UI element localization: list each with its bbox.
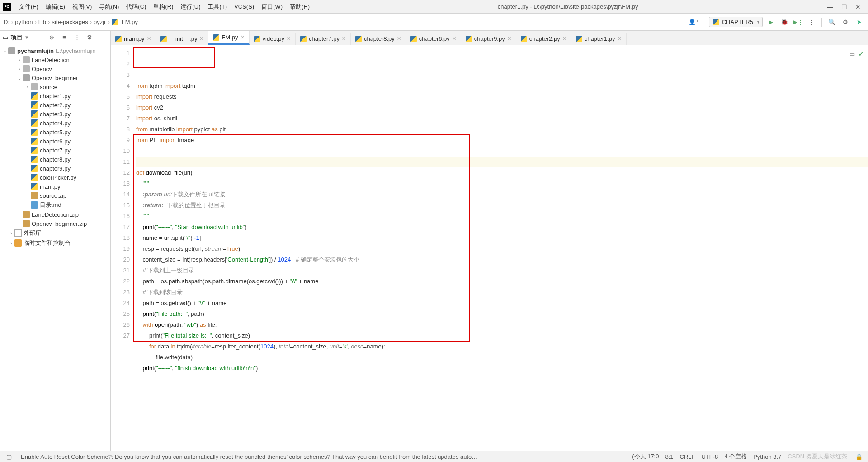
menu-edit[interactable]: 编辑(E) bbox=[42, 1, 69, 12]
line-number[interactable]: 9 bbox=[111, 135, 130, 146]
close-tab-icon[interactable]: ✕ bbox=[287, 36, 291, 42]
tree-node[interactable]: ›source bbox=[0, 82, 110, 91]
line-number[interactable]: 17 bbox=[111, 222, 130, 233]
editor-tab[interactable]: mani.py✕ bbox=[111, 33, 156, 45]
close-tab-icon[interactable]: ✕ bbox=[452, 36, 456, 42]
code-line[interactable]: import requests bbox=[136, 91, 868, 102]
code-line[interactable] bbox=[136, 146, 868, 157]
editor-tab[interactable]: chapter2.py✕ bbox=[516, 33, 571, 45]
line-number[interactable]: 15 bbox=[111, 200, 130, 211]
tree-node[interactable]: mani.py bbox=[0, 182, 110, 191]
file-encoding[interactable]: UTF-8 bbox=[702, 453, 718, 460]
line-number[interactable]: 8 bbox=[111, 124, 130, 135]
code-line[interactable]: import os, shutil bbox=[136, 113, 868, 124]
tree-node[interactable]: chapter3.py bbox=[0, 110, 110, 119]
menu-code[interactable]: 代码(C) bbox=[123, 1, 150, 12]
line-separator[interactable]: CRLF bbox=[680, 453, 695, 460]
code-line[interactable]: print("------", "finish download with ur… bbox=[136, 363, 868, 374]
run-config-selector[interactable]: CHAPTER5 bbox=[709, 17, 763, 27]
line-number[interactable]: 21 bbox=[111, 265, 130, 276]
collapse-all-icon[interactable]: ⋮ bbox=[71, 32, 82, 43]
line-number[interactable]: 13 bbox=[111, 178, 130, 189]
line-number[interactable]: 19 bbox=[111, 243, 130, 254]
breadcrumb-item[interactable]: pyzjr bbox=[94, 19, 106, 25]
settings-button[interactable]: ⚙ bbox=[840, 17, 851, 28]
breadcrumb[interactable]: D:›python›Lib›site-packages›pyzjr›FM.py bbox=[4, 19, 138, 25]
tree-node[interactable]: chapter5.py bbox=[0, 128, 110, 137]
editor-tab[interactable]: __init__.py✕ bbox=[156, 33, 209, 45]
code-line[interactable]: for data in tqdm(iterable=resp.iter_cont… bbox=[136, 341, 868, 352]
tree-node[interactable]: ›外部库 bbox=[0, 228, 110, 238]
line-number[interactable]: 25 bbox=[111, 309, 130, 319]
line-number[interactable]: 20 bbox=[111, 254, 130, 265]
menu-view[interactable]: 视图(V) bbox=[69, 1, 95, 12]
code-line[interactable]: print("File total size is: ", content_si… bbox=[136, 330, 868, 341]
code-line[interactable]: :param url:下载文件所在url链接 bbox=[136, 189, 868, 200]
tree-node[interactable]: chapter6.py bbox=[0, 137, 110, 146]
code-editor[interactable]: 1234567891011121314151617181920212223242… bbox=[111, 45, 868, 451]
breadcrumb-item[interactable]: python bbox=[15, 19, 33, 25]
line-number[interactable]: 26 bbox=[111, 319, 130, 330]
tool-windows-icon[interactable]: ▢ bbox=[4, 451, 14, 462]
tree-node[interactable]: chapter2.py bbox=[0, 100, 110, 110]
inspection-ok-icon[interactable]: ✔ bbox=[859, 49, 863, 60]
breadcrumb-item[interactable]: Lib bbox=[38, 19, 46, 25]
code-content[interactable]: ▭ ✔ from tqdm import tqdmimport requests… bbox=[133, 45, 868, 451]
menu-help[interactable]: 帮助(H) bbox=[286, 1, 313, 12]
close-tab-icon[interactable]: ✕ bbox=[507, 36, 511, 42]
menu-navigate[interactable]: 导航(N) bbox=[95, 1, 123, 12]
line-number[interactable]: 27 bbox=[111, 330, 130, 341]
close-tab-icon[interactable]: ✕ bbox=[147, 36, 151, 42]
run-button[interactable]: ▶ bbox=[765, 17, 776, 28]
menu-window[interactable]: 窗口(W) bbox=[258, 1, 286, 12]
tree-node[interactable]: ›临时文件和控制台 bbox=[0, 238, 110, 248]
dropdown-icon[interactable]: ▾ bbox=[25, 34, 28, 41]
code-line[interactable]: def download_file(url): bbox=[136, 167, 868, 178]
code-line[interactable]: # 下载到该目录 bbox=[136, 287, 868, 298]
menu-run[interactable]: 运行(U) bbox=[177, 1, 204, 12]
tree-node[interactable]: chapter1.py bbox=[0, 91, 110, 100]
code-line[interactable]: with open(path, "wb") as file: bbox=[136, 319, 868, 330]
project-panel-title[interactable]: 项目 bbox=[11, 33, 23, 42]
chevron-icon[interactable]: › bbox=[8, 231, 14, 236]
code-line[interactable]: content_size = int(resp.headers['Content… bbox=[136, 254, 868, 265]
code-line[interactable] bbox=[136, 157, 868, 167]
code-line[interactable]: """ bbox=[136, 211, 868, 222]
tree-node[interactable]: chapter8.py bbox=[0, 155, 110, 164]
hide-panel-icon[interactable]: — bbox=[97, 32, 108, 43]
tree-node[interactable]: 目录.md bbox=[0, 200, 110, 210]
code-line[interactable]: path = os.getcwd() + "\\" + name bbox=[136, 298, 868, 309]
editor-tab[interactable]: chapter6.py✕ bbox=[406, 33, 461, 45]
project-view-icon[interactable]: ▭ bbox=[3, 34, 8, 41]
line-gutter[interactable]: 1234567891011121314151617181920212223242… bbox=[111, 45, 133, 451]
chevron-icon[interactable]: › bbox=[16, 67, 23, 71]
chevron-icon[interactable]: › bbox=[16, 57, 23, 62]
minimize-button[interactable]: — bbox=[827, 3, 833, 10]
line-number[interactable]: 2 bbox=[111, 59, 130, 70]
menu-tools[interactable]: 工具(T) bbox=[204, 1, 231, 12]
menu-vcs[interactable]: VCS(S) bbox=[231, 2, 258, 11]
line-number[interactable]: 16 bbox=[111, 211, 130, 222]
line-number[interactable]: 3 bbox=[111, 70, 130, 81]
lock-icon[interactable]: 🔒 bbox=[854, 451, 864, 462]
editor-tab[interactable]: chapter9.py✕ bbox=[461, 33, 516, 45]
close-button[interactable]: ✕ bbox=[855, 3, 861, 10]
tree-node[interactable]: ⌄Opencv_beginner bbox=[0, 73, 110, 82]
editor-tab[interactable]: chapter1.py✕ bbox=[571, 33, 627, 45]
code-line[interactable]: from tqdm import tqdm bbox=[136, 81, 868, 91]
tree-node[interactable]: LaneDetection.zip bbox=[0, 210, 110, 219]
code-line[interactable]: from matplotlib import pyplot as plt bbox=[136, 124, 868, 135]
tree-node[interactable]: colorPicker.py bbox=[0, 173, 110, 182]
code-line[interactable]: print("------", "Start download with url… bbox=[136, 222, 868, 233]
project-tree[interactable]: ⌄ pycharmlujin E:\pycharmlujin ›LaneDete… bbox=[0, 44, 110, 451]
line-number[interactable]: 22 bbox=[111, 276, 130, 287]
close-tab-icon[interactable]: ✕ bbox=[562, 36, 566, 42]
breadcrumb-item[interactable]: FM.py bbox=[122, 19, 138, 25]
close-tab-icon[interactable]: ✕ bbox=[397, 36, 401, 42]
tree-node[interactable]: chapter4.py bbox=[0, 119, 110, 128]
debug-button[interactable]: 🐞 bbox=[779, 17, 790, 28]
code-line[interactable]: import cv2 bbox=[136, 102, 868, 113]
line-number[interactable]: 6 bbox=[111, 102, 130, 113]
run-with-coverage-button[interactable]: ▶⋮ bbox=[793, 17, 803, 28]
reader-mode-icon[interactable]: ▭ bbox=[849, 49, 855, 60]
